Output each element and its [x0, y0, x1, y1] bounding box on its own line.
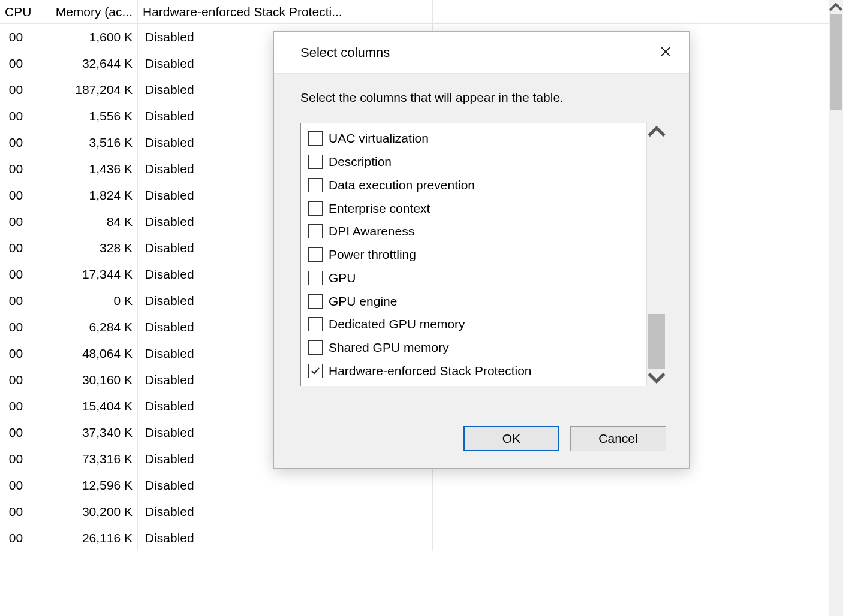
column-header-memory[interactable]: Memory (ac... — [43, 0, 138, 23]
dialog-button-row: OK Cancel — [274, 410, 689, 468]
cell-memory: 17,344 K — [43, 261, 138, 288]
cell-memory: 3,516 K — [43, 129, 138, 156]
column-option[interactable]: Enterprise context — [306, 198, 644, 219]
column-option-label: Description — [329, 155, 392, 169]
cell-memory: 37,340 K — [43, 419, 138, 446]
cell-cpu: 00 — [0, 288, 43, 314]
cell-memory: 1,600 K — [43, 24, 138, 50]
table-row[interactable]: 0012,596 KDisabled — [0, 472, 843, 499]
column-option[interactable]: GPU engine — [306, 291, 644, 312]
cell-memory: 328 K — [43, 235, 138, 261]
cell-memory: 6,284 K — [43, 314, 138, 340]
cell-cpu: 00 — [0, 340, 43, 367]
cell-memory: 73,316 K — [43, 446, 138, 472]
cell-cpu: 00 — [0, 419, 43, 446]
column-option-label: Enterprise context — [329, 201, 430, 216]
cell-cpu: 00 — [0, 182, 43, 209]
checkbox[interactable] — [308, 340, 323, 355]
cell-memory: 187,204 K — [43, 77, 138, 103]
column-option[interactable]: Power throttling — [306, 244, 644, 265]
close-button[interactable] — [653, 40, 678, 65]
cell-cpu: 00 — [0, 393, 43, 419]
column-option-label: GPU — [329, 271, 356, 285]
cell-memory: 48,064 K — [43, 340, 138, 367]
column-option-label: DPI Awareness — [329, 224, 414, 238]
cell-cpu: 00 — [0, 156, 43, 182]
column-option-label: GPU engine — [329, 294, 397, 309]
column-option[interactable]: Shared GPU memory — [306, 337, 644, 358]
table-row[interactable]: 0026,116 KDisabled — [0, 525, 843, 551]
cell-hesp: Disabled — [138, 525, 433, 551]
cell-memory: 1,824 K — [43, 182, 138, 209]
cell-cpu: 00 — [0, 129, 43, 156]
cell-cpu: 00 — [0, 50, 43, 77]
cell-cpu: 00 — [0, 235, 43, 261]
cell-cpu: 00 — [0, 209, 43, 235]
cell-cpu: 00 — [0, 446, 43, 472]
scroll-up-icon[interactable] — [647, 123, 666, 140]
column-option-label: UAC virtualization — [329, 131, 429, 146]
cell-cpu: 00 — [0, 367, 43, 393]
main-scrollbar[interactable] — [829, 0, 843, 616]
cancel-button[interactable]: Cancel — [570, 426, 666, 451]
cell-cpu: 00 — [0, 77, 43, 103]
cell-cpu: 00 — [0, 472, 43, 499]
checkbox[interactable] — [308, 201, 323, 216]
cell-memory: 32,644 K — [43, 50, 138, 77]
scroll-up-icon[interactable] — [829, 0, 843, 14]
cell-cpu: 00 — [0, 314, 43, 340]
cell-cpu: 00 — [0, 24, 43, 50]
dialog-titlebar: Select columns — [274, 32, 689, 74]
column-header-hesp[interactable]: Hardware-enforced Stack Protecti... — [138, 0, 433, 23]
table-row[interactable]: 0030,200 KDisabled — [0, 499, 843, 525]
cell-memory: 30,160 K — [43, 367, 138, 393]
cell-memory: 1,436 K — [43, 156, 138, 182]
checkbox[interactable] — [308, 178, 323, 192]
checkbox[interactable] — [308, 247, 323, 262]
table-header: CPU Memory (ac... Hardware-enforced Stac… — [0, 0, 843, 24]
cell-memory: 26,116 K — [43, 525, 138, 551]
checkbox[interactable] — [308, 294, 323, 309]
cell-memory: 0 K — [43, 288, 138, 314]
scroll-down-icon[interactable] — [647, 369, 666, 386]
column-option-label: Power throttling — [329, 247, 416, 262]
dialog-title: Select columns — [300, 45, 390, 61]
checkbox[interactable] — [308, 317, 323, 331]
cell-cpu: 00 — [0, 103, 43, 129]
column-header-cpu[interactable]: CPU — [0, 0, 43, 23]
close-icon — [660, 46, 671, 60]
checkbox[interactable] — [308, 224, 323, 238]
column-list: UAC virtualizationDescriptionData execut… — [300, 123, 666, 386]
column-option-label: Hardware-enforced Stack Protection — [329, 364, 532, 378]
column-option[interactable]: GPU — [306, 267, 644, 288]
select-columns-dialog: Select columns Select the columns that w… — [273, 31, 690, 469]
ok-button[interactable]: OK — [463, 426, 559, 451]
scrollbar-thumb[interactable] — [648, 314, 665, 369]
checkbox[interactable] — [308, 155, 323, 169]
column-option-label: Shared GPU memory — [329, 340, 449, 355]
cell-cpu: 00 — [0, 261, 43, 288]
column-option-label: Dedicated GPU memory — [329, 317, 465, 331]
cell-memory: 12,596 K — [43, 472, 138, 499]
column-option[interactable]: Data execution prevention — [306, 174, 644, 195]
cell-hesp: Disabled — [138, 499, 433, 525]
scrollbar-thumb[interactable] — [830, 14, 842, 110]
cell-memory: 1,556 K — [43, 103, 138, 129]
cell-cpu: 00 — [0, 525, 43, 551]
column-option-label: Data execution prevention — [329, 178, 475, 192]
cell-hesp: Disabled — [138, 472, 433, 499]
cell-memory: 84 K — [43, 209, 138, 235]
column-option[interactable]: Hardware-enforced Stack Protection — [306, 360, 644, 381]
cell-memory: 30,200 K — [43, 499, 138, 525]
column-option[interactable]: UAC virtualization — [306, 128, 644, 149]
cell-cpu: 00 — [0, 499, 43, 525]
column-option[interactable]: Dedicated GPU memory — [306, 314, 644, 335]
column-option[interactable]: Description — [306, 152, 644, 173]
checkbox[interactable] — [308, 271, 323, 285]
column-option[interactable]: DPI Awareness — [306, 221, 644, 242]
cell-memory: 15,404 K — [43, 393, 138, 419]
checkbox[interactable] — [308, 364, 323, 378]
column-list-scrollbar[interactable] — [646, 123, 666, 386]
checkbox[interactable] — [308, 131, 323, 146]
dialog-instructions: Select the columns that will appear in t… — [300, 90, 666, 105]
